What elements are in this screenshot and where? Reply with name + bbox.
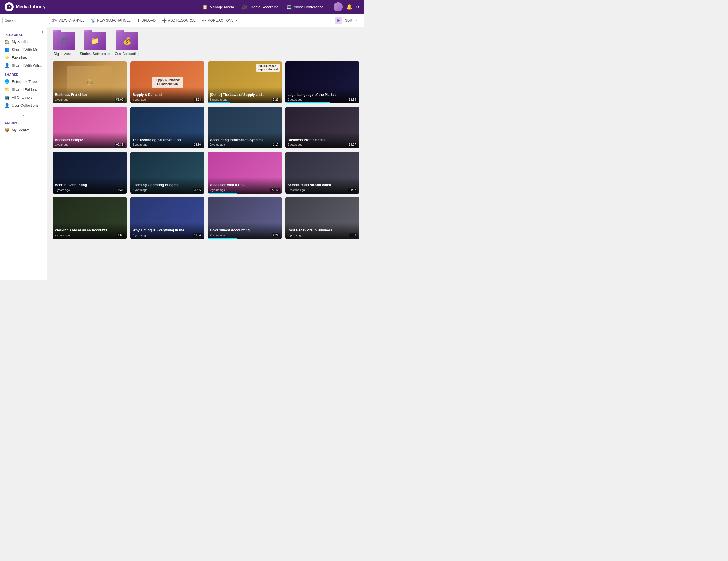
sidebar-collapse-button[interactable]: ⟨|: [42, 30, 44, 34]
video-overlay: Supply & Demand a year ago 3:28: [130, 87, 204, 103]
sidebar-item-all-channels[interactable]: 📺 All Channels: [0, 93, 47, 101]
upload-button[interactable]: ⬆ UPLOAD: [134, 16, 158, 24]
sidebar-item-shared-folders-label: Shared Folders: [12, 87, 37, 92]
sort-label: SORT: [345, 18, 354, 22]
video-progress-bar: [208, 193, 237, 193]
video-title: Analytics Sample: [55, 138, 125, 143]
apps-grid-icon[interactable]: ⠿: [356, 4, 359, 10]
video-card[interactable]: Accounting Information Systems 2 years a…: [208, 107, 282, 148]
logo-icon: [5, 2, 14, 11]
video-card[interactable]: Legal Language of the Market 2 years ago…: [285, 61, 359, 103]
video-card[interactable]: Analytics Sample a year ago 00:33: [53, 107, 127, 148]
folder-cost-accounting[interactable]: 💰 Cost Accounting: [115, 32, 140, 56]
more-actions-button[interactable]: ••• MORE ACTIONS ▼: [199, 16, 241, 24]
video-title: A Session with a CEO: [210, 183, 280, 187]
student-submission-folder-icon: 📁: [91, 37, 99, 45]
video-time-ago: 2 months ago: [288, 188, 305, 191]
nav-right: 🔔 ⠿: [334, 2, 359, 11]
video-card[interactable]: Government Accounting 2 years ago 2:22: [208, 197, 282, 239]
add-resource-button[interactable]: ➕ ADD RESOURCE: [159, 16, 198, 24]
video-title: Why Timing is Everything in the ...: [133, 228, 202, 233]
video-overlay: Government Accounting 2 years ago 2:22: [208, 222, 282, 239]
video-overlay: Sample multi-stream video 2 months ago 2…: [285, 177, 359, 193]
video-card[interactable]: A Session with a CEO 2 years ago 23:40: [208, 152, 282, 193]
video-duration: 23:27: [348, 188, 357, 192]
video-card[interactable]: Business Profile Series 2 years ago 18:2…: [285, 107, 359, 148]
folder-student-submission-label: Student Submission: [80, 52, 110, 56]
video-meta: 2 years ago 18:27: [288, 143, 357, 146]
video-time-ago: 2 years ago: [210, 143, 225, 146]
top-navigation: Media Library 📋 Manage Media 🎥 Create Re…: [0, 0, 364, 14]
video-card[interactable]: Why Timing is Everything in the ... 2 ye…: [130, 197, 204, 239]
view-channel-button[interactable]: 👁 VIEW CHANNEL: [50, 16, 87, 24]
sidebar-item-my-media[interactable]: 🏠 My Media: [0, 38, 47, 46]
video-title: Business Franchise: [55, 93, 125, 97]
video-duration: 18:50: [193, 143, 202, 146]
folder-cost-accounting-icon: 💰: [116, 32, 138, 50]
video-card[interactable]: The Technological Revolution 2 years ago…: [130, 107, 204, 148]
nav-items: 📋 Manage Media 🎥 Create Recording 💻 Vide…: [199, 3, 327, 11]
video-progress-bar: [208, 102, 230, 103]
video-title: Learning Operating Budgets: [133, 183, 202, 187]
video-overlay: A Session with a CEO 2 years ago 23:40: [208, 177, 282, 193]
app-logo[interactable]: Media Library: [5, 2, 45, 11]
sidebar-item-my-archive[interactable]: 📦 My Archive: [0, 126, 47, 134]
video-duration: 1:17: [272, 143, 280, 146]
sidebar-item-shared-with-me[interactable]: 👥 Shared With Me: [0, 46, 47, 53]
new-sub-channel-button[interactable]: 📡 NEW SUB-CHANNEL: [88, 16, 133, 24]
video-card[interactable]: Supply & Demand:An Introduction Supply &…: [130, 61, 204, 103]
sort-chevron-icon: ▼: [355, 19, 358, 22]
sidebar-item-shared-with-me-label: Shared With Me: [12, 48, 38, 52]
video-card[interactable]: Sample multi-stream video 2 months ago 2…: [285, 152, 359, 193]
video-time-ago: 2 years ago: [210, 234, 225, 237]
add-resource-label: ADD RESOURCE: [168, 18, 196, 22]
grid-view-button[interactable]: ⊞: [335, 16, 342, 24]
sidebar-item-shared-folders[interactable]: 📁 Shared Folders: [0, 85, 47, 93]
video-card[interactable]: Working Abroad as an Accounta... 2 years…: [53, 197, 127, 239]
enterprise-tube-icon: 🌐: [5, 79, 9, 84]
folder-cost-accounting-label: Cost Accounting: [115, 52, 140, 56]
app-title: Media Library: [16, 4, 45, 9]
sidebar-item-favorites[interactable]: ⭐ Favorites: [0, 53, 47, 61]
video-grid: 👩‍🍳 Business Franchise a year ago 53:00 …: [53, 61, 359, 239]
folder-student-submission[interactable]: 📁 Student Submission: [80, 32, 110, 56]
notifications-bell-icon[interactable]: 🔔: [346, 4, 352, 10]
video-meta: 2 years ago 25:06: [133, 188, 202, 192]
video-time-ago: 2 years ago: [55, 234, 70, 237]
nav-create-recording[interactable]: 🎥 Create Recording: [239, 3, 282, 11]
video-time-ago: 2 years ago: [288, 234, 302, 237]
video-overlay: [Demo] The Laws of Supply and... 8 month…: [208, 87, 282, 103]
video-time-ago: a year ago: [55, 98, 68, 101]
video-duration: 12:15: [348, 98, 357, 102]
video-title: Working Abroad as an Accounta...: [55, 228, 125, 233]
video-progress-bar: [208, 238, 237, 239]
video-meta: 8 months ago 3:29: [210, 98, 280, 102]
search-input[interactable]: [2, 17, 50, 24]
view-channel-icon: 👁: [53, 18, 57, 23]
nav-video-conference[interactable]: 💻 Video Conference: [283, 3, 327, 11]
sidebar-item-enterprise-tube[interactable]: 🌐 EnterpriseTube: [0, 77, 47, 85]
sidebar-item-favorites-label: Favorites: [12, 55, 27, 60]
video-title: [Demo] The Laws of Supply and...: [210, 93, 280, 97]
folder-digital-assets[interactable]: 🎵 Digital Assets: [53, 32, 75, 56]
sidebar-item-shared-with-others[interactable]: 👤 Shared With Oth...: [0, 61, 47, 69]
sidebar-item-shared-with-others-label: Shared With Oth...: [12, 63, 42, 68]
video-card[interactable]: 👩‍🍳 Business Franchise a year ago 53:00: [53, 61, 127, 103]
video-card[interactable]: Public FinanceSuply & demand [Demo] The …: [208, 61, 282, 103]
video-meta: 2 years ago 1:17: [210, 143, 280, 146]
video-meta: 2 years ago 1:58: [288, 233, 357, 237]
main-layout: ⟨| PERSONAL 🏠 My Media 👥 Shared With Me …: [0, 27, 364, 280]
video-duration: 3:29: [272, 98, 280, 102]
video-card[interactable]: Learning Operating Budgets 2 years ago 2…: [130, 152, 204, 193]
video-card[interactable]: Accrual Accounting 2 years ago 1:31: [53, 152, 127, 193]
user-collections-icon: 👤: [5, 103, 9, 108]
video-overlay: Analytics Sample a year ago 00:33: [53, 132, 127, 148]
sidebar-item-user-collections[interactable]: 👤 User Collections: [0, 101, 47, 109]
sidebar-more-options[interactable]: ⋮: [0, 109, 47, 118]
video-card[interactable]: Cost Behaviors in Business 2 years ago 1…: [285, 197, 359, 239]
video-time-ago: 8 months ago: [210, 98, 227, 101]
nav-manage-media[interactable]: 📋 Manage Media: [199, 3, 237, 11]
video-title: The Technological Revolution: [133, 138, 202, 143]
sort-button[interactable]: SORT ▼: [343, 17, 361, 24]
user-avatar[interactable]: [334, 2, 343, 11]
